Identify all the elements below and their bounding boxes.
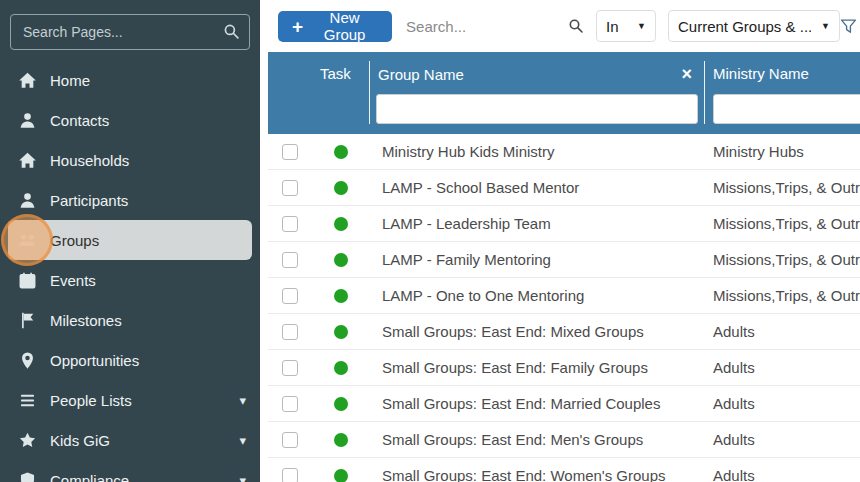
group-name-cell[interactable]: Small Groups: East End: Men's Groups bbox=[370, 431, 705, 448]
task-column-label: Task bbox=[312, 61, 369, 87]
table-row[interactable]: LAMP - Family Mentoring Missions,Trips, … bbox=[268, 242, 860, 278]
ministry-name-cell: Missions,Trips, & Outreach bbox=[705, 287, 860, 304]
sidebar-item-groups[interactable]: Groups bbox=[8, 220, 252, 260]
ministry-name-cell: Missions,Trips, & Outreach bbox=[705, 215, 860, 232]
status-dot-icon bbox=[334, 217, 348, 231]
status-dot-icon bbox=[334, 433, 348, 447]
header-ministry-name-column[interactable]: Ministry Name bbox=[705, 61, 860, 124]
group-status-filter-select[interactable]: Current Groups & ... ▼ bbox=[668, 10, 840, 42]
home-icon bbox=[18, 71, 37, 90]
new-group-button[interactable]: + New Group bbox=[278, 11, 392, 42]
status-dot-icon bbox=[334, 397, 348, 411]
header-checkbox-column bbox=[268, 61, 312, 124]
table-row[interactable]: LAMP - Leadership Team Missions,Trips, &… bbox=[268, 206, 860, 242]
app-root: Home Contacts Households Participants Gr… bbox=[0, 0, 860, 482]
search-icon[interactable] bbox=[568, 18, 584, 34]
group-name-filter-input[interactable] bbox=[376, 94, 698, 124]
close-icon[interactable]: × bbox=[681, 65, 692, 83]
sidebar-item-label: People Lists bbox=[50, 392, 231, 409]
sidebar-item-label: Compliance bbox=[50, 472, 231, 482]
toolbar: + New Group In ▼ Current Groups & ... ▼ bbox=[268, 0, 860, 52]
sidebar-item-label: Groups bbox=[50, 232, 238, 249]
table-row[interactable]: Small Groups: East End: Mixed Groups Adu… bbox=[268, 314, 860, 350]
group-name-cell[interactable]: Small Groups: East End: Mixed Groups bbox=[370, 323, 705, 340]
calendar-icon bbox=[18, 271, 37, 290]
group-name-cell[interactable]: Small Groups: East End: Married Couples bbox=[370, 395, 705, 412]
sidebar-item-label: Contacts bbox=[50, 112, 246, 129]
group-name-cell[interactable]: Ministry Hub Kids Ministry bbox=[370, 143, 705, 160]
toolbar-search-input[interactable] bbox=[406, 18, 568, 35]
table-header: Task Group Name × Ministry Name bbox=[268, 52, 860, 134]
chevron-down-icon[interactable]: ▾ bbox=[239, 473, 246, 482]
scope-select[interactable]: In ▼ bbox=[596, 10, 656, 42]
row-checkbox[interactable] bbox=[282, 216, 298, 232]
filter-funnel-icon[interactable] bbox=[840, 18, 857, 35]
group-name-cell[interactable]: Small Groups: East End: Women's Groups bbox=[370, 467, 705, 482]
sidebar-item-home[interactable]: Home bbox=[0, 60, 260, 100]
table-row[interactable]: Small Groups: East End: Women's Groups A… bbox=[268, 458, 860, 482]
list-icon bbox=[18, 391, 37, 410]
ministry-name-cell: Missions,Trips, & Outreach bbox=[705, 251, 860, 268]
table-row[interactable]: LAMP - School Based Mentor Missions,Trip… bbox=[268, 170, 860, 206]
sidebar-item-contacts[interactable]: Contacts bbox=[0, 100, 260, 140]
row-checkbox[interactable] bbox=[282, 288, 298, 304]
sidebar-item-people-lists[interactable]: People Lists ▾ bbox=[0, 380, 260, 420]
sidebar-item-opportunities[interactable]: Opportunities bbox=[0, 340, 260, 380]
table-row[interactable]: Small Groups: East End: Men's Groups Adu… bbox=[268, 422, 860, 458]
row-checkbox[interactable] bbox=[282, 360, 298, 376]
group-name-cell[interactable]: Small Groups: East End: Family Groups bbox=[370, 359, 705, 376]
new-group-button-label: New Group bbox=[311, 9, 378, 43]
row-checkbox[interactable] bbox=[282, 252, 298, 268]
chevron-down-icon: ▼ bbox=[821, 21, 830, 31]
chevron-down-icon[interactable]: ▾ bbox=[239, 433, 246, 448]
ministry-name-cell: Adults bbox=[705, 467, 860, 482]
toolbar-search bbox=[406, 18, 584, 35]
row-checkbox[interactable] bbox=[282, 180, 298, 196]
header-task-column[interactable]: Task bbox=[312, 61, 370, 124]
sidebar-item-households[interactable]: Households bbox=[0, 140, 260, 180]
ministry-name-filter-input[interactable] bbox=[713, 94, 860, 124]
header-group-name-column[interactable]: Group Name × bbox=[370, 61, 705, 124]
sidebar-search-input[interactable] bbox=[10, 14, 250, 50]
table-row[interactable]: Small Groups: East End: Married Couples … bbox=[268, 386, 860, 422]
sidebar: Home Contacts Households Participants Gr… bbox=[0, 0, 260, 482]
status-dot-icon bbox=[334, 361, 348, 375]
contact-icon bbox=[18, 111, 37, 130]
row-checkbox[interactable] bbox=[282, 468, 298, 482]
row-checkbox[interactable] bbox=[282, 396, 298, 412]
groups-icon bbox=[18, 231, 37, 250]
group-name-cell[interactable]: LAMP - School Based Mentor bbox=[370, 179, 705, 196]
sidebar-item-label: Home bbox=[50, 72, 246, 89]
status-dot-icon bbox=[334, 289, 348, 303]
scope-select-value: In bbox=[606, 18, 619, 35]
group-name-cell[interactable]: LAMP - One to One Mentoring bbox=[370, 287, 705, 304]
sidebar-item-label: Milestones bbox=[50, 312, 246, 329]
sidebar-item-label: Households bbox=[50, 152, 246, 169]
table-row[interactable]: Small Groups: East End: Family Groups Ad… bbox=[268, 350, 860, 386]
row-checkbox[interactable] bbox=[282, 324, 298, 340]
status-dot-icon bbox=[334, 469, 348, 482]
chevron-down-icon: ▼ bbox=[637, 21, 646, 31]
sidebar-search bbox=[10, 14, 250, 50]
sidebar-item-milestones[interactable]: Milestones bbox=[0, 300, 260, 340]
group-name-cell[interactable]: LAMP - Family Mentoring bbox=[370, 251, 705, 268]
row-checkbox[interactable] bbox=[282, 144, 298, 160]
chevron-down-icon[interactable]: ▾ bbox=[239, 393, 246, 408]
sidebar-item-events[interactable]: Events bbox=[0, 260, 260, 300]
ministry-name-cell: Ministry Hubs bbox=[705, 143, 860, 160]
group-name-cell[interactable]: LAMP - Leadership Team bbox=[370, 215, 705, 232]
status-dot-icon bbox=[334, 253, 348, 267]
participant-icon bbox=[18, 191, 37, 210]
group-status-filter-value: Current Groups & ... bbox=[678, 18, 811, 35]
table-row[interactable]: Ministry Hub Kids Ministry Ministry Hubs bbox=[268, 134, 860, 170]
main-content: + New Group In ▼ Current Groups & ... ▼ bbox=[260, 0, 860, 482]
ministry-name-cell: Missions,Trips, & Outreach bbox=[705, 179, 860, 196]
row-checkbox[interactable] bbox=[282, 432, 298, 448]
sidebar-item-compliance[interactable]: Compliance ▾ bbox=[0, 460, 260, 482]
sidebar-item-participants[interactable]: Participants bbox=[0, 180, 260, 220]
ministry-name-cell: Adults bbox=[705, 323, 860, 340]
sidebar-nav: Home Contacts Households Participants Gr… bbox=[0, 60, 260, 482]
table-row[interactable]: LAMP - One to One Mentoring Missions,Tri… bbox=[268, 278, 860, 314]
ministry-name-cell: Adults bbox=[705, 395, 860, 412]
sidebar-item-kids-gig[interactable]: Kids GiG ▾ bbox=[0, 420, 260, 460]
